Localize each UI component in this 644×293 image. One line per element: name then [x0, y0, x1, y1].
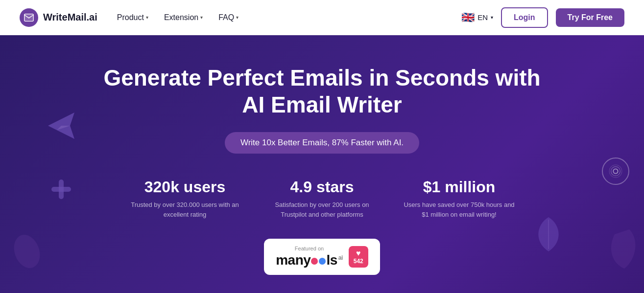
hero-subtitle-badge: Write 10x Better Emails, 87% Faster with…	[225, 132, 419, 154]
nav-extension-label: Extension	[164, 13, 198, 22]
blob-decoration-right	[600, 225, 639, 273]
blob-decoration-left	[10, 229, 49, 269]
heart-icon: ♥	[356, 249, 361, 258]
nav-item-extension[interactable]: Extension ▾	[164, 13, 203, 22]
stat-users-value: 320k users	[126, 178, 244, 196]
manytools-featured-label: Featured on manylsai	[276, 246, 343, 268]
manytools-badge[interactable]: Featured on manylsai ♥ 542	[264, 239, 380, 275]
nav-faq-label: FAQ	[218, 13, 234, 22]
leaf-decoration	[531, 215, 566, 254]
chevron-down-icon: ▾	[491, 15, 493, 20]
try-for-free-button[interactable]: Try For Free	[556, 8, 624, 27]
nav-item-product[interactable]: Product ▾	[117, 13, 148, 22]
svg-point-2	[10, 231, 44, 269]
stats-row: 320k users Trusted by over 320.000 users…	[20, 178, 624, 219]
stat-users-desc: Trusted by over 320.000 users with an ex…	[126, 200, 244, 219]
manytools-ai-label: ai	[338, 254, 343, 261]
hero-title: Generate Perfect Emails in Seconds with …	[102, 65, 543, 118]
logo-icon	[20, 8, 38, 27]
logo-text: WriteMail.ai	[43, 12, 97, 23]
manytools-logo-text: manylsai	[276, 252, 343, 268]
nav-product-label: Product	[117, 13, 144, 22]
stat-million-value: $1 million	[401, 178, 518, 196]
chevron-down-icon: ▾	[200, 15, 203, 20]
stat-million: $1 million Users have saved over 750k ho…	[391, 178, 528, 219]
stat-million-desc: Users have saved over 750k hours and $1 …	[401, 200, 518, 219]
dot-pink	[311, 258, 318, 265]
logo[interactable]: WriteMail.ai	[20, 8, 97, 27]
dot-blue	[319, 258, 326, 265]
language-selector[interactable]: 🇬🇧 EN ▾	[461, 11, 493, 24]
stat-stars: 4.9 stars Satisfaction by over 200 users…	[254, 178, 391, 219]
chevron-down-icon: ▾	[146, 15, 148, 20]
chevron-down-icon: ▾	[236, 15, 239, 20]
stat-stars-value: 4.9 stars	[263, 178, 381, 196]
featured-on-label: Featured on	[276, 246, 343, 251]
svg-point-4	[611, 167, 620, 176]
login-button[interactable]: Login	[501, 7, 548, 28]
navbar-left: WriteMail.ai Product ▾ Extension ▾ FAQ ▾	[20, 8, 239, 27]
manytools-heart-count: ♥ 542	[349, 246, 368, 268]
hero-section: Generate Perfect Emails in Seconds with …	[0, 35, 644, 293]
flag-icon: 🇬🇧	[461, 11, 475, 24]
plane-decoration	[39, 104, 83, 148]
manytools-count: 542	[354, 258, 363, 265]
svg-point-3	[613, 169, 618, 173]
stat-stars-desc: Satisfaction by over 200 users on Trustp…	[263, 200, 381, 219]
svg-point-5	[609, 165, 622, 178]
nav-links: Product ▾ Extension ▾ FAQ ▾	[117, 13, 239, 22]
navbar-right: 🇬🇧 EN ▾ Login Try For Free	[461, 7, 624, 28]
lang-label: EN	[477, 13, 488, 22]
navbar: WriteMail.ai Product ▾ Extension ▾ FAQ ▾…	[0, 0, 644, 35]
stat-users: 320k users Trusted by over 320.000 users…	[117, 178, 254, 219]
nav-item-faq[interactable]: FAQ ▾	[218, 13, 239, 22]
